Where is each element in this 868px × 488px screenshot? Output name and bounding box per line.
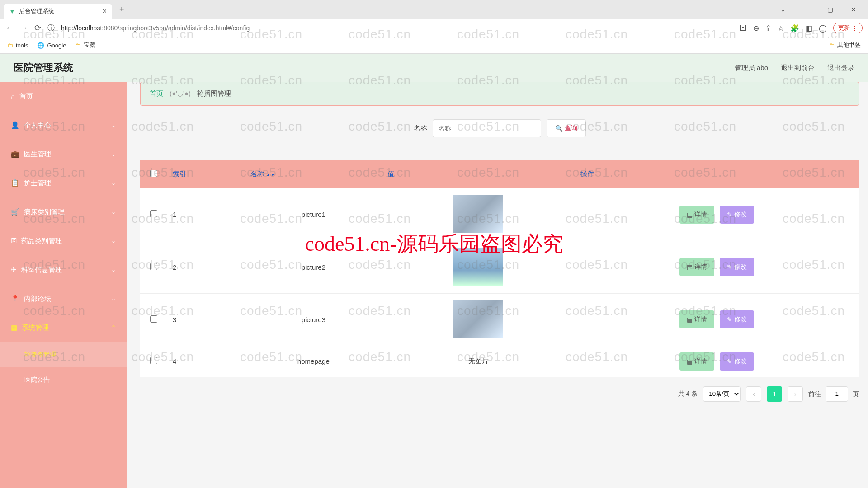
breadcrumb-home[interactable]: 首页: [150, 89, 163, 97]
chevron-up-icon: ⌃: [111, 324, 116, 331]
globe-icon: 🌐: [37, 42, 44, 49]
sidebar-item-bed-type[interactable]: 🛒病床类别管理⌄: [0, 197, 127, 226]
app-header: 医院管理系统 管理员 abo 退出到前台 退出登录: [0, 54, 868, 82]
bookmark-tools[interactable]: 🗀tools: [7, 42, 28, 49]
sort-icon: ▲▼: [266, 172, 275, 177]
next-page-button[interactable]: ›: [788, 386, 803, 402]
search-input[interactable]: [433, 119, 541, 137]
profile-icon[interactable]: ◯: [819, 24, 827, 33]
new-tab-button[interactable]: +: [116, 3, 128, 16]
vue-favicon-icon: ▼: [9, 8, 15, 15]
site-info-icon[interactable]: ⓘ: [47, 23, 55, 33]
table-row: 2 picture2 ▤详情 ✎修改: [140, 241, 859, 293]
folder-icon: 🗀: [75, 42, 81, 49]
col-value[interactable]: 值: [382, 160, 575, 188]
send-icon: ✈: [11, 266, 17, 274]
close-window-icon[interactable]: ✕: [844, 6, 863, 13]
thumbnail-image: [453, 300, 503, 338]
edit-button[interactable]: ✎修改: [720, 310, 754, 328]
forward-button[interactable]: →: [20, 23, 28, 33]
maximize-icon[interactable]: ▢: [821, 6, 839, 13]
url-input[interactable]: http://localhost:8080/springboot3v5bn/ad…: [61, 24, 733, 32]
zoom-icon[interactable]: ⊖: [753, 24, 759, 33]
sidebar-item-doctor[interactable]: 💼医生管理⌄: [0, 140, 127, 169]
to-front-link[interactable]: 退出到前台: [781, 64, 815, 72]
cart-icon: 🛒: [11, 208, 19, 216]
browser-chrome: ▼ 后台管理系统 × + ⌄ — ▢ ✕ ← → ⟳ ⓘ http://loca…: [0, 0, 868, 54]
sidebar-item-home[interactable]: ⌂首页: [0, 82, 127, 111]
close-icon[interactable]: ×: [103, 7, 107, 15]
sidebar-item-profile[interactable]: 👤个人中心⌄: [0, 111, 127, 140]
grid-icon: ▦: [11, 324, 17, 332]
breadcrumb-current: 轮播图管理: [197, 89, 231, 97]
bookmark-treasure[interactable]: 🗀宝藏: [75, 41, 95, 49]
sidepanel-icon[interactable]: ◧: [806, 24, 812, 33]
browser-tab[interactable]: ▼ 后台管理系统 ×: [4, 4, 112, 19]
col-index[interactable]: 索引: [167, 160, 245, 188]
pagination: 共 4 条 10条/页 ‹ 1 › 前往 页: [140, 386, 859, 402]
key-icon[interactable]: ⚿: [740, 24, 747, 32]
total-count: 共 4 条: [678, 390, 698, 398]
sidebar-sub-notice[interactable]: 医院公告: [0, 367, 127, 393]
edit-icon: ✎: [727, 211, 732, 218]
edit-button[interactable]: ✎修改: [720, 258, 754, 276]
select-all-checkbox[interactable]: [150, 170, 157, 177]
chevron-down-icon[interactable]: ⌄: [774, 6, 792, 13]
thumbnail-image: [453, 195, 503, 233]
sidebar-item-system[interactable]: ▦系统管理⌃: [0, 313, 127, 342]
page-number[interactable]: 1: [767, 386, 782, 402]
row-checkbox[interactable]: [150, 210, 157, 217]
detail-button[interactable]: ▤详情: [679, 310, 714, 328]
chevron-down-icon: ⌄: [111, 267, 116, 273]
minimize-icon[interactable]: —: [797, 6, 816, 13]
sidebar-item-dept-info[interactable]: ✈科室信息管理⌄: [0, 255, 127, 284]
cell-index: 1: [167, 188, 245, 241]
bookmark-google[interactable]: 🌐Google: [37, 42, 66, 49]
back-button[interactable]: ←: [5, 23, 14, 33]
bookmark-bar: 🗀tools 🌐Google 🗀宝藏 🗀其他书签: [0, 37, 868, 53]
extensions-icon[interactable]: 🧩: [790, 24, 799, 33]
cell-name: homepage: [245, 346, 382, 377]
row-checkbox[interactable]: [150, 263, 157, 270]
sidebar-item-drug-type[interactable]: ☒药品类别管理⌄: [0, 226, 127, 255]
cell-index: 2: [167, 241, 245, 293]
prev-page-button[interactable]: ‹: [746, 386, 761, 402]
share-icon[interactable]: ⇪: [765, 24, 771, 33]
page-jump-input[interactable]: [826, 386, 848, 402]
sidebar-item-forum[interactable]: 📍内部论坛⌄: [0, 284, 127, 313]
sidebar-item-nurse[interactable]: 📋护士管理⌄: [0, 169, 127, 197]
reload-button[interactable]: ⟳: [34, 23, 41, 33]
table-row: 3 picture3 ▤详情 ✎修改: [140, 293, 859, 346]
detail-button[interactable]: ▤详情: [679, 352, 714, 371]
list-icon: ▤: [687, 211, 693, 218]
briefcase-icon: 💼: [11, 150, 19, 158]
row-checkbox[interactable]: [150, 315, 157, 323]
chevron-down-icon: ⌄: [111, 296, 116, 302]
list-icon: ▤: [687, 263, 693, 271]
cell-name: picture2: [245, 241, 382, 293]
list-icon: ▤: [687, 316, 693, 323]
folder-icon: 🗀: [829, 42, 835, 49]
chevron-down-icon: ⌄: [111, 180, 116, 186]
col-name[interactable]: 名称 ▲▼: [245, 160, 382, 188]
edit-button[interactable]: ✎修改: [720, 206, 754, 224]
cell-no-image: 无图片: [382, 346, 575, 377]
edit-button[interactable]: ✎修改: [720, 352, 754, 371]
page-size-select[interactable]: 10条/页: [703, 386, 741, 402]
chevron-down-icon: ⌄: [111, 209, 116, 215]
logout-link[interactable]: 退出登录: [827, 64, 854, 72]
sidebar: ⌂首页 👤个人中心⌄ 💼医生管理⌄ 📋护士管理⌄ 🛒病床类别管理⌄ ☒药品类别管…: [0, 82, 127, 488]
edit-icon: ✎: [727, 263, 732, 271]
other-bookmarks[interactable]: 🗀其他书签: [829, 41, 861, 49]
sidebar-sub-carousel[interactable]: 轮播图管理: [0, 342, 127, 367]
detail-button[interactable]: ▤详情: [679, 258, 714, 276]
table-row: 1 picture1 ▤详情 ✎修改: [140, 188, 859, 241]
update-button[interactable]: 更新 ⋮: [833, 23, 863, 33]
search-button[interactable]: 🔍查询: [547, 119, 586, 137]
data-table: 索引 名称 ▲▼ 值 操作 1 picture1 ▤详情 ✎修改: [140, 160, 859, 377]
admin-name[interactable]: 管理员 abo: [735, 64, 768, 72]
row-checkbox[interactable]: [150, 357, 157, 364]
detail-button[interactable]: ▤详情: [679, 206, 714, 224]
star-icon[interactable]: ☆: [778, 24, 784, 33]
chevron-down-icon: ⌄: [111, 238, 116, 244]
